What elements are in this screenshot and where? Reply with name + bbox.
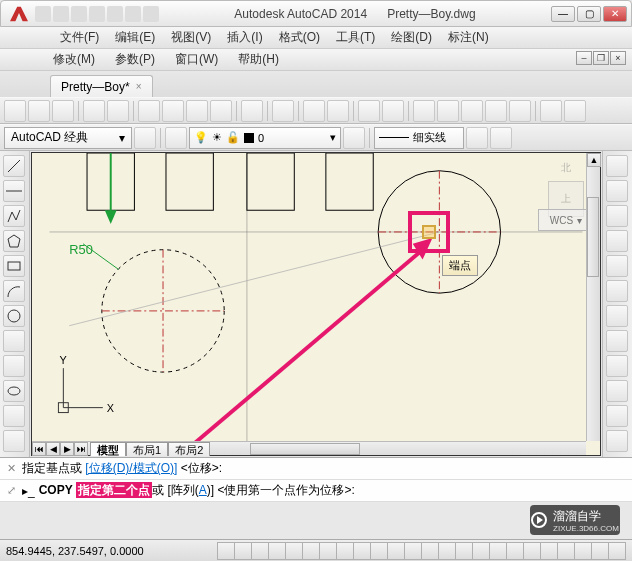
array-icon[interactable] [606, 280, 628, 302]
extend-icon[interactable] [606, 430, 628, 452]
publish-icon[interactable] [138, 100, 160, 122]
qp-toggle-icon[interactable] [404, 542, 422, 560]
qat-redo-icon[interactable] [107, 6, 123, 22]
ducs-toggle-icon[interactable] [336, 542, 354, 560]
new-icon[interactable] [4, 100, 26, 122]
mirror-icon[interactable] [606, 230, 628, 252]
model-toggle-icon[interactable] [438, 542, 456, 560]
isolate-icon[interactable] [591, 542, 609, 560]
move-icon[interactable] [606, 305, 628, 327]
qvlayouts-icon[interactable] [455, 542, 473, 560]
qat-undo-icon[interactable] [89, 6, 105, 22]
3dosnap-toggle-icon[interactable] [302, 542, 320, 560]
layer-selector[interactable]: 💡 ☀ 🔓 0 ▾ [189, 127, 341, 149]
tpy-toggle-icon[interactable] [387, 542, 405, 560]
menu-edit[interactable]: 编辑(E) [115, 29, 155, 46]
menu-draw[interactable]: 绘图(D) [391, 29, 432, 46]
menu-window[interactable]: 窗口(W) [175, 51, 218, 68]
menu-file[interactable]: 文件(F) [60, 29, 99, 46]
arc-icon[interactable] [3, 280, 25, 302]
hw-accel-icon[interactable] [574, 542, 592, 560]
horizontal-scrollbar[interactable]: ⏮ ◀ ▶ ⏭ 模型 布局1 布局2 [32, 441, 586, 455]
anno-vis-icon[interactable] [506, 542, 524, 560]
scroll-up-icon[interactable]: ▲ [587, 153, 601, 167]
menu-parametric[interactable]: 参数(P) [115, 51, 155, 68]
scroll-prev-icon[interactable]: ◀ [46, 442, 60, 456]
document-tab[interactable]: Pretty—Boy* × [50, 75, 153, 97]
distance-icon[interactable] [606, 155, 628, 177]
coordinate-display[interactable]: 854.9445, 237.5497, 0.0000 [6, 545, 144, 557]
minimize-button[interactable]: — [551, 6, 575, 22]
menu-dimension[interactable]: 标注(N) [448, 29, 489, 46]
workspace-switch-icon[interactable] [540, 542, 558, 560]
markup-icon[interactable] [509, 100, 531, 122]
anno-scale-icon[interactable] [489, 542, 507, 560]
menu-modify[interactable]: 修改(M) [53, 51, 95, 68]
menu-help[interactable]: 帮助(H) [238, 51, 279, 68]
lock-ui-icon[interactable] [557, 542, 575, 560]
help-icon[interactable] [564, 100, 586, 122]
close-button[interactable]: ✕ [603, 6, 627, 22]
line-icon[interactable] [3, 155, 25, 177]
ortho-toggle-icon[interactable] [251, 542, 269, 560]
tab-model[interactable]: 模型 [90, 442, 126, 456]
mdi-restore-button[interactable]: ❐ [593, 51, 609, 65]
tab-close-icon[interactable]: × [136, 81, 142, 92]
ellipse-icon[interactable] [3, 380, 25, 402]
cut-icon[interactable] [162, 100, 184, 122]
redo-icon[interactable] [327, 100, 349, 122]
dyn-toggle-icon[interactable] [353, 542, 371, 560]
maximize-button[interactable]: ▢ [577, 6, 601, 22]
clean-screen-icon[interactable] [608, 542, 626, 560]
quick-calc-icon[interactable] [540, 100, 562, 122]
polar-toggle-icon[interactable] [268, 542, 286, 560]
scale-icon[interactable] [606, 355, 628, 377]
drawing-canvas[interactable]: R50 X Y 北 上 W [31, 152, 601, 456]
polygon-icon[interactable] [3, 230, 25, 252]
tool-palettes-icon[interactable] [461, 100, 483, 122]
grid-toggle-icon[interactable] [234, 542, 252, 560]
command-prompt-line[interactable]: ⤢ ▸_ COPY 指定第二个点或 [阵列(A)] <使用第一个点作为位移>: [0, 480, 632, 502]
vertical-scrollbar[interactable]: ▲ [586, 153, 600, 441]
layer-states-icon[interactable] [343, 127, 365, 149]
lwt-toggle-icon[interactable] [370, 542, 388, 560]
offset-icon[interactable] [606, 255, 628, 277]
sc-toggle-icon[interactable] [421, 542, 439, 560]
trim-icon[interactable] [606, 405, 628, 427]
tab-layout2[interactable]: 布局2 [168, 442, 210, 456]
block-editor-icon[interactable] [272, 100, 294, 122]
undo-icon[interactable] [303, 100, 325, 122]
circle-icon[interactable] [3, 305, 25, 327]
scroll-first-icon[interactable]: ⏮ [32, 442, 46, 456]
otrack-toggle-icon[interactable] [319, 542, 337, 560]
menu-view[interactable]: 视图(V) [171, 29, 211, 46]
scroll-thumb-y[interactable] [587, 197, 599, 277]
zoom-icon[interactable] [382, 100, 404, 122]
rectangle-icon[interactable] [3, 255, 25, 277]
command-handle-icon[interactable]: ✕ [4, 462, 18, 475]
auto-scale-icon[interactable] [523, 542, 541, 560]
construction-line-icon[interactable] [3, 180, 25, 202]
tab-layout1[interactable]: 布局1 [126, 442, 168, 456]
qat-dropdown-icon[interactable] [143, 6, 159, 22]
rotate-icon[interactable] [606, 330, 628, 352]
menu-format[interactable]: 格式(O) [279, 29, 320, 46]
app-logo-icon[interactable] [5, 3, 33, 25]
pan-icon[interactable] [358, 100, 380, 122]
copy-icon[interactable] [606, 205, 628, 227]
open-icon[interactable] [28, 100, 50, 122]
command-expand-icon[interactable]: ⤢ [4, 484, 18, 497]
stretch-icon[interactable] [606, 380, 628, 402]
linetype-selector[interactable]: 细实线 [374, 127, 464, 149]
menu-tools[interactable]: 工具(T) [336, 29, 375, 46]
workspace-selector[interactable]: AutoCAD 经典 ▾ [4, 127, 132, 149]
revision-cloud-icon[interactable] [3, 330, 25, 352]
ellipse-arc-icon[interactable] [3, 405, 25, 427]
plot-preview-icon[interactable] [107, 100, 129, 122]
scroll-next-icon[interactable]: ▶ [60, 442, 74, 456]
qat-save-icon[interactable] [71, 6, 87, 22]
snap-toggle-icon[interactable] [217, 542, 235, 560]
spline-icon[interactable] [3, 355, 25, 377]
properties-icon[interactable] [413, 100, 435, 122]
workspace-settings-icon[interactable] [134, 127, 156, 149]
